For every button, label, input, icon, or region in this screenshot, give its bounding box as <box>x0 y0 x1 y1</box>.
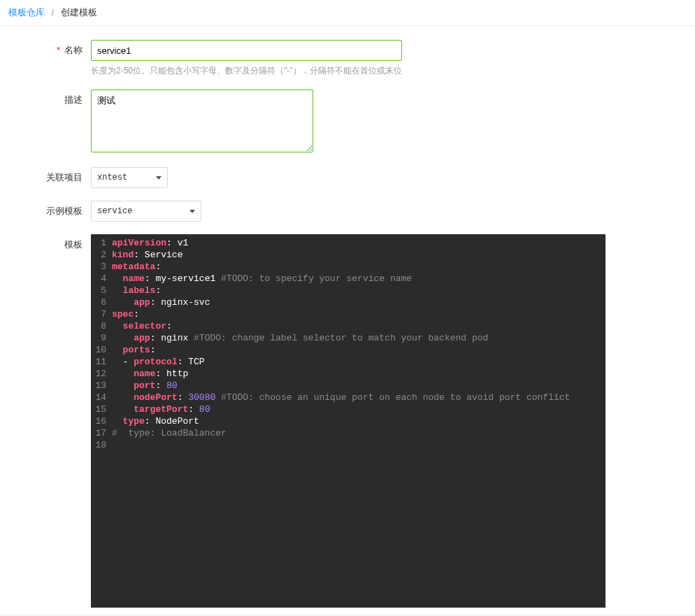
code-line[interactable]: 3metadata: <box>91 261 606 273</box>
required-mark: * <box>57 45 60 55</box>
line-code[interactable]: app: nginx #TODO: change label selector … <box>112 332 606 344</box>
line-code[interactable]: ports: <box>112 344 606 356</box>
code-line[interactable]: 2kind: Service <box>91 249 606 261</box>
line-code[interactable]: port: 80 <box>112 380 606 392</box>
code-line[interactable]: 13 port: 80 <box>91 380 606 392</box>
line-number: 16 <box>91 415 112 427</box>
line-code[interactable]: app: nginx-svc <box>112 296 606 308</box>
line-code[interactable]: type: NodePort <box>112 415 606 427</box>
line-number: 14 <box>91 392 112 403</box>
code-line[interactable]: 11 - protocol: TCP <box>91 356 606 368</box>
code-line[interactable]: 16 type: NodePort <box>91 415 606 427</box>
code-line[interactable]: 9 app: nginx #TODO: change label selecto… <box>91 332 606 344</box>
project-select-value: xntest <box>97 173 127 182</box>
code-line[interactable]: 1apiVersion: v1 <box>91 237 606 249</box>
label-name-text: 名称 <box>64 45 83 55</box>
row-desc: 描述 <box>0 89 695 155</box>
line-number: 15 <box>91 403 112 415</box>
line-code[interactable]: - protocol: TCP <box>112 356 606 368</box>
line-number: 11 <box>91 356 112 368</box>
code-line[interactable]: 18 <box>91 439 606 451</box>
line-number: 6 <box>91 296 112 308</box>
line-number: 18 <box>91 439 112 451</box>
line-code[interactable]: kind: Service <box>112 249 606 261</box>
row-example: 示例模板 service <box>0 201 695 222</box>
line-number: 12 <box>91 368 112 380</box>
breadcrumb-root-link[interactable]: 模板仓库 <box>8 7 45 17</box>
breadcrumb-current: 创建模板 <box>61 7 97 17</box>
breadcrumb-separator: / <box>52 7 55 17</box>
code-line[interactable]: 8 selector: <box>91 320 606 332</box>
line-code[interactable]: name: http <box>112 368 606 380</box>
line-number: 4 <box>91 273 112 285</box>
line-code[interactable]: selector: <box>112 320 606 332</box>
name-input[interactable] <box>91 40 402 61</box>
row-template: 模板 1apiVersion: v12kind: Service3metadat… <box>0 234 695 608</box>
example-select[interactable]: service <box>91 201 201 222</box>
line-number: 17 <box>91 427 112 439</box>
line-number: 5 <box>91 285 112 296</box>
code-line[interactable]: 4 name: my-service1 #TODO: to specify yo… <box>91 273 606 285</box>
line-number: 9 <box>91 332 112 344</box>
line-code[interactable]: labels: <box>112 285 606 296</box>
line-code[interactable]: nodePort: 30080 #TODO: choose an unique … <box>112 392 606 403</box>
line-code[interactable]: apiVersion: v1 <box>112 237 606 249</box>
code-line[interactable]: 14 nodePort: 30080 #TODO: choose an uniq… <box>91 392 606 403</box>
label-template-text: 模板 <box>64 239 83 250</box>
line-code[interactable] <box>112 439 606 451</box>
code-line[interactable]: 15 targetPort: 80 <box>91 403 606 415</box>
breadcrumb: 模板仓库 / 创建模板 <box>0 0 695 26</box>
line-number: 3 <box>91 261 112 273</box>
line-code[interactable]: spec: <box>112 308 606 320</box>
line-code[interactable]: name: my-service1 #TODO: to specify your… <box>112 273 606 285</box>
code-line[interactable]: 6 app: nginx-svc <box>91 296 606 308</box>
row-name: *名称 长度为2-50位。只能包含小写字母、数字及分隔符（"-"），分隔符不能在… <box>0 40 695 77</box>
code-line[interactable]: 12 name: http <box>91 368 606 380</box>
project-select[interactable]: xntest <box>91 167 168 188</box>
line-number: 13 <box>91 380 112 392</box>
label-name: *名称 <box>0 40 91 57</box>
code-editor[interactable]: 1apiVersion: v12kind: Service3metadata:4… <box>91 234 606 608</box>
code-line[interactable]: 10 ports: <box>91 344 606 356</box>
label-example-text: 示例模板 <box>46 206 83 216</box>
form-area: *名称 长度为2-50位。只能包含小写字母、数字及分隔符（"-"），分隔符不能在… <box>0 26 695 615</box>
label-project-text: 关联项目 <box>46 172 83 182</box>
line-code[interactable]: # type: LoadBalancer <box>112 427 606 439</box>
line-code[interactable]: targetPort: 80 <box>112 403 606 415</box>
example-select-value: service <box>97 206 132 216</box>
name-hint: 长度为2-50位。只能包含小写字母、数字及分隔符（"-"），分隔符不能在首位或末… <box>91 65 402 77</box>
label-desc: 描述 <box>0 89 91 106</box>
line-number: 7 <box>91 308 112 320</box>
label-desc-text: 描述 <box>64 94 83 105</box>
label-template: 模板 <box>0 234 91 251</box>
line-code[interactable]: metadata: <box>112 261 606 273</box>
line-number: 2 <box>91 249 112 261</box>
code-line[interactable]: 7spec: <box>91 308 606 320</box>
code-line[interactable]: 17# type: LoadBalancer <box>91 427 606 439</box>
line-number: 8 <box>91 320 112 332</box>
label-project: 关联项目 <box>0 167 91 184</box>
chevron-down-icon <box>156 176 162 180</box>
code-line[interactable]: 5 labels: <box>91 285 606 296</box>
row-project: 关联项目 xntest <box>0 167 695 188</box>
line-number: 10 <box>91 344 112 356</box>
desc-input[interactable] <box>91 89 313 152</box>
line-number: 1 <box>91 237 112 249</box>
label-example: 示例模板 <box>0 201 91 217</box>
chevron-down-icon <box>189 210 195 213</box>
